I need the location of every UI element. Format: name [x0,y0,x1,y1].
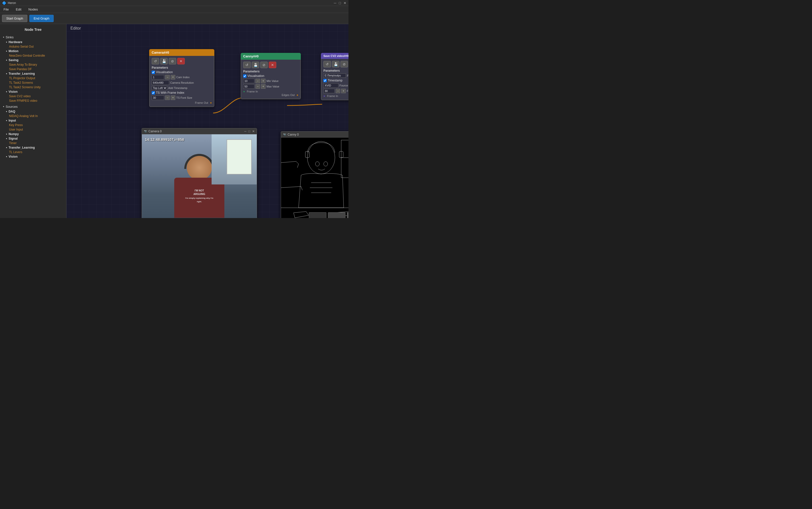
menu-nodes[interactable]: Nodes [27,7,39,12]
savecv2-refresh-btn[interactable]: ↺ [324,61,331,67]
maximize-button[interactable]: □ [339,1,341,5]
camera-res-input[interactable] [152,80,169,85]
camera-window-close[interactable]: ✕ [252,130,255,133]
tl-task2-screens-item[interactable]: TL Task2 Screens [0,80,66,85]
camera-node-body: ↺ 💾 ⊘ ✕ Parameters Visualisation − + Cam… [149,56,214,107]
savecv2-filepath-input[interactable] [324,73,346,78]
camera-window-maximize[interactable]: □ [248,130,250,133]
menu-edit[interactable]: Edit [14,7,23,12]
camera-window-minimize[interactable]: ─ [244,130,246,133]
node-tree-sidebar: Node Tree Sinks Hardware Arduino Serial … [0,24,66,218]
camera-index-label: Cam Index [176,76,212,79]
camera-vis-label: Visualisation [156,70,173,74]
vision-sources-subcategory: Vision [0,155,66,159]
canny-min-minus[interactable]: − [256,79,260,83]
canny-node-header: Canny##0 [241,53,301,60]
camera-font-minus[interactable]: − [165,96,170,100]
savecv2-fourcc-input[interactable] [324,83,338,88]
thumbnail-1 [309,212,327,218]
canny-max-input[interactable] [243,84,255,89]
canny-max-minus[interactable]: − [256,84,260,89]
savecv2-fps-minus[interactable]: − [336,89,340,93]
canny-edges-svg [281,138,348,218]
camera-ts-frame-checkbox[interactable] [152,91,155,95]
thumbnail-3 [347,212,348,218]
canny-max-label: Max Value [267,85,298,88]
savecv2-fourcc-row: Fource [324,83,348,88]
savecv2-fps-row: − + Fps [324,89,348,93]
camera-window-titlebar: 📷 Camera 0 ─ □ ✕ [142,128,257,134]
canny-params-title: Parameters [243,70,298,73]
end-graph-button[interactable]: End Graph [29,15,54,22]
key-press-item[interactable]: Key Press [0,123,66,127]
canny-disable-btn[interactable]: ⊘ [260,62,268,68]
app-icon: 🔷 [2,1,6,5]
camera-save-btn[interactable]: 💾 [160,58,168,64]
sidebar-title: Node Tree [0,26,66,34]
tl-task2-screens-unity-item[interactable]: TL Task2 Screens Unity [0,85,66,90]
savecv2-fps-label: Fps [347,90,348,93]
nearzero-gimbal-item[interactable]: NearZero Gimbal Controlle [0,54,66,58]
motion-subcategory: Motion [0,49,66,54]
camera-res-label: Camera Resolution [170,81,212,84]
camera-res-row: Camera Resolution [152,80,212,85]
camera-vis-checkbox[interactable] [152,71,155,74]
camera-timestamp-row: Top Left Add Timestamp [152,86,212,90]
main-area: Node Tree Sinks Hardware Arduino Serial … [0,24,348,218]
nidaq-analog-item[interactable]: NIDAQ Analog Volt In [0,114,66,118]
savecv2-fourcc-label: Fource [339,84,348,87]
camera-preview-content: 14:12:48.899107,i=858 I'M NOT ARGUING I'… [142,134,257,218]
canny-vis-checkbox[interactable] [243,74,246,78]
close-button[interactable]: ✕ [343,1,346,5]
save-cv2-video-item[interactable]: Save CV2 video [0,94,66,99]
canny-refresh-btn[interactable]: ↺ [243,62,251,68]
canny-node-body: ↺ 💾 ⊘ ✕ Parameters Visualisation − + Min… [241,60,301,99]
canny-min-plus[interactable]: + [261,79,266,83]
minimize-button[interactable]: ─ [334,1,336,5]
camera-timestamp-label: Add Timestamp [168,87,212,90]
savecv2-frame-in-port: ● Frame In [324,94,348,98]
camera-index-input[interactable] [152,75,164,79]
save-ffmpeg-video-item[interactable]: Save FFMPEG video [0,99,66,103]
canny-close-btn[interactable]: ✕ [269,62,276,68]
camera-window-controls: ─ □ ✕ [244,130,255,133]
camera-font-size-label: TS Font Size [176,96,212,99]
camera-font-plus[interactable]: + [171,96,175,100]
sources-section: Sources DAQ NIDAQ Analog Volt In Input K… [0,103,66,159]
arduino-serial-out-item[interactable]: Arduino Serial Out [0,44,66,49]
camera-ts-frame-label: TS With Frame Index [156,91,184,95]
camera-disable-btn[interactable]: ⊘ [169,58,176,64]
savecv2-fps-plus[interactable]: + [341,89,346,93]
tl-levers-item[interactable]: TL Levers [0,150,66,155]
tl-projector-output-item[interactable]: TL Projector Output [0,76,66,80]
canny-min-input[interactable] [243,79,255,83]
toolbar: Start Graph End Graph [0,13,348,24]
timer-item[interactable]: Timer [0,141,66,145]
camera-refresh-btn[interactable]: ↺ [152,58,159,64]
savecv2-fps-input[interactable] [324,89,335,93]
camera-index-minus[interactable]: − [165,75,170,79]
menu-file[interactable]: File [2,7,10,12]
camera-close-btn[interactable]: ✕ [177,58,185,64]
camera-index-plus[interactable]: + [171,75,175,79]
camera-params-title: Parameters [152,66,212,69]
camera-timestamp-select[interactable]: Top Left [152,86,167,90]
start-graph-button[interactable]: Start Graph [2,15,27,22]
canny-window-title: Canny 0 [287,133,348,136]
savecv2-disable-btn[interactable]: ⊘ [340,61,348,67]
savecv2-timestamp-checkbox[interactable] [324,79,327,82]
save-pandas-df-item[interactable]: Save Pandas DF [0,67,66,71]
save-array-binary-item[interactable]: Save Array To Binary [0,62,66,67]
user-input-item[interactable]: User Input [0,127,66,132]
savecv2-node: Save CV2 video##0 ↺ 💾 ⊘ ✕ Parameters Fil… [321,53,348,100]
signal-subcategory: Signal [0,136,66,141]
camera-vis-row: Visualisation [152,70,212,74]
savecv2-save-btn[interactable]: 💾 [332,61,339,67]
canny-min-row: − + Min Value [243,79,298,83]
camera-font-size-input[interactable] [152,96,164,100]
canny-max-plus[interactable]: + [261,84,266,89]
titlebar: 🔷 Heron ─ □ ✕ [0,0,348,6]
camera-node-header: Camera##0 [149,49,214,56]
canny-save-btn[interactable]: 💾 [252,62,259,68]
camera-frame-out-port: Frame Out ● [152,101,212,104]
